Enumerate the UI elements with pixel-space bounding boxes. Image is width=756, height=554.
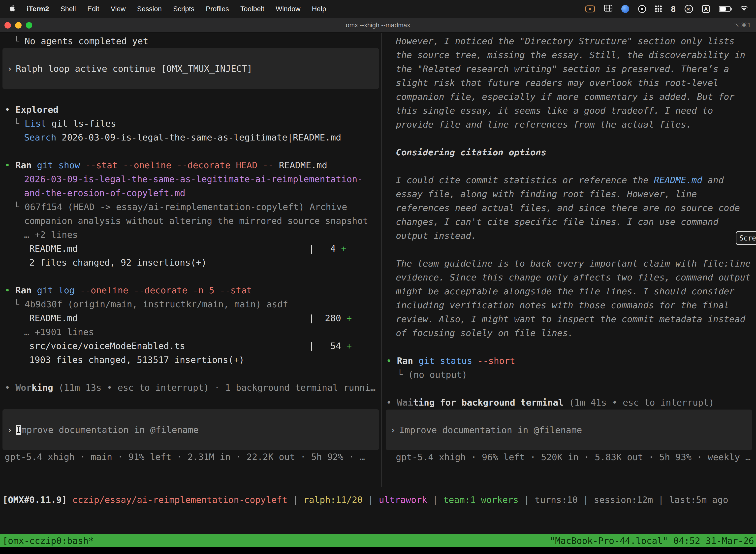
bullet-icon: •	[5, 383, 15, 393]
diffstat-line: README.md| 4 +	[0, 242, 381, 256]
ralph-inject-banner: ›Ralph loop active continue [OMX_TMUX_IN…	[2, 48, 379, 89]
summary-text: 1903 files changed, 513517 insertions(+)	[29, 355, 244, 365]
agents-status-line: └ No agents completed yet	[0, 34, 381, 48]
reasoning-paragraph-1: However, I noticed the "Directory Struct…	[382, 34, 756, 131]
window-title-bar[interactable]: omx --xhigh --madmax ⌥⌘1	[0, 18, 756, 33]
commit-message-line: companion analysis without altering the …	[0, 214, 381, 228]
tool-verb: Search	[24, 132, 56, 143]
explored-search-line: Search 2026-03-09-is-legal-the-same-as-l…	[0, 130, 381, 145]
reasoning-paragraph-3: The team guideline is to back every impo…	[382, 257, 756, 340]
text-cursor: I	[16, 425, 21, 435]
commit-line: └ 067f154 (HEAD -> essay/ai-reimplementa…	[0, 200, 381, 214]
tmux-session-window[interactable]: [omx-cczip0:bash*	[0, 536, 94, 546]
para-text: and	[702, 175, 724, 185]
ran-verb: Ran	[15, 160, 37, 170]
stat-filename: src/voice/voiceModeEnabled.ts	[29, 339, 309, 353]
omx-status-line: [OMX#0.11.9] cczip/essay/ai-reimplementa…	[0, 493, 756, 507]
commit-text: companion analysis without altering the …	[24, 216, 368, 226]
commit-text: 067f154 (HEAD -> essay/ai-reimplementati…	[24, 202, 347, 212]
bullet-icon: •	[5, 160, 15, 170]
menu-item-help[interactable]: Help	[312, 5, 326, 13]
terminal-panes: └ No agents completed yet ›Ralph loop ac…	[0, 33, 756, 487]
close-button[interactable]	[4, 22, 11, 29]
figure-eight-icon[interactable]: 8	[671, 4, 676, 14]
turns-counter: turns:10	[535, 495, 578, 505]
summary-text: 2 files changed, 92 insertions(+)	[29, 258, 207, 268]
menu-item-window[interactable]: Window	[276, 5, 301, 13]
left-terminal-pane[interactable]: └ No agents completed yet ›Ralph loop ac…	[0, 33, 381, 487]
omx-status-area: [OMX#0.11.9] cczip/essay/ai-reimplementa…	[0, 487, 756, 534]
dark-app-icon[interactable]	[638, 5, 646, 13]
more-lines-text: … +2 lines	[24, 230, 78, 240]
last-activity: last:5m ago	[669, 495, 728, 505]
battery-icon[interactable]	[719, 6, 731, 12]
menu-bar: iTerm2 Shell Edit View Session Scripts P…	[0, 0, 756, 18]
tool-args: git ls-files	[46, 118, 116, 128]
bullet-icon: •	[386, 356, 397, 366]
apple-menu-icon[interactable]	[9, 4, 15, 14]
tmux-host-clock: "MacBook-Pro-44.local" 04:52 31-Mar-26	[550, 536, 756, 546]
separator: |	[578, 495, 594, 505]
git-flags: --oneline --decorate -n 5 --stat	[75, 285, 252, 295]
truncation-line: … +2 lines	[0, 228, 381, 242]
essay-filename-line2: and-the-erosion-of-copyleft.md	[0, 186, 381, 200]
menu-item-edit[interactable]: Edit	[87, 5, 99, 13]
minimize-button[interactable]	[15, 22, 21, 29]
working-shimmer-dim: Wor	[15, 383, 32, 393]
wifi-icon[interactable]	[740, 5, 749, 13]
git-command: git show	[37, 160, 80, 170]
menu-bar-left: iTerm2 Shell Edit View Session Scripts P…	[0, 4, 326, 14]
screen-recording-indicator-icon[interactable]	[585, 5, 595, 12]
more-lines-text: … +1901 lines	[24, 327, 94, 337]
prompt-chevron: ›	[7, 425, 12, 435]
prompt-chevron: ›	[7, 63, 12, 74]
menu-item-iterm2[interactable]: iTerm2	[27, 5, 49, 13]
input-placeholder-text: mprove documentation in @filename	[21, 425, 198, 435]
right-terminal-pane[interactable]: However, I noticed the "Directory Struct…	[382, 33, 756, 487]
window-title: omx --xhigh --madmax	[346, 21, 410, 29]
para-text: I could cite commit statistics or refere…	[396, 175, 654, 185]
traffic-lights	[4, 22, 32, 29]
left-prompt-input[interactable]: ›Improve documentation in @filename	[2, 409, 379, 450]
waiting-status-line: • Waiting for background terminal (1m 41…	[382, 396, 756, 409]
dots-grid-icon[interactable]	[655, 5, 662, 12]
agents-status-text: No agents completed yet	[24, 36, 148, 46]
menu-item-toolbelt[interactable]: Toolbelt	[240, 5, 264, 13]
essay-filename-line1: 2026-03-09-is-legal-the-same-as-legitima…	[0, 172, 381, 186]
right-prompt-input[interactable]: ›Improve documentation in @filename	[386, 409, 752, 450]
stat-filename: README.md	[29, 242, 309, 256]
tool-call-git-show: • Ran git show --stat --oneline --decora…	[0, 158, 381, 172]
zoom-button[interactable]	[26, 22, 32, 29]
stat-plus: +	[346, 313, 352, 323]
menu-item-session[interactable]: Session	[137, 5, 162, 13]
menu-item-view[interactable]: View	[111, 5, 126, 13]
table-grid-icon[interactable]	[604, 5, 612, 13]
ran-verb: Ran	[397, 356, 419, 366]
battery-percent-badge[interactable]: 61	[685, 5, 693, 13]
screen-overlay-button[interactable]: Scre	[736, 231, 756, 245]
stat-plus: +	[346, 341, 352, 351]
menu-item-scripts[interactable]: Scripts	[173, 5, 194, 13]
reasoning-paragraph-2-line1: I could cite commit statistics or refere…	[382, 173, 756, 187]
output-text: (no output)	[408, 370, 467, 380]
filename-text: and-the-erosion-of-copyleft.md	[24, 188, 185, 198]
command-output-line: └ (no output)	[382, 368, 756, 382]
separator: |	[427, 495, 443, 505]
model-status-text: gpt-5.4 xhigh · 96% left · 520K in · 5.8…	[396, 452, 751, 462]
blue-app-icon[interactable]	[621, 5, 629, 13]
letter-a-icon[interactable]: A	[702, 5, 710, 13]
menu-item-profiles[interactable]: Profiles	[206, 5, 229, 13]
git-command: git status	[419, 356, 472, 366]
menu-item-shell[interactable]: Shell	[61, 5, 76, 13]
working-detail: (11m 13s • esc to interrupt) · 1 backgro…	[53, 383, 376, 393]
tree-branch: └	[14, 202, 24, 212]
window-shortcut-hint: ⌥⌘1	[734, 21, 751, 29]
stat-count: | 4	[309, 243, 341, 254]
diffstat-line: README.md| 280 +	[0, 311, 381, 325]
git-flags: --short	[472, 356, 515, 366]
tmux-status-bar: [omx-cczip0:bash* "MacBook-Pro-44.local"…	[0, 534, 756, 547]
readme-link[interactable]: README.md	[654, 175, 702, 185]
explored-title: Explored	[15, 105, 58, 115]
bullet-icon: •	[386, 397, 397, 407]
tree-branch: └	[14, 299, 24, 309]
